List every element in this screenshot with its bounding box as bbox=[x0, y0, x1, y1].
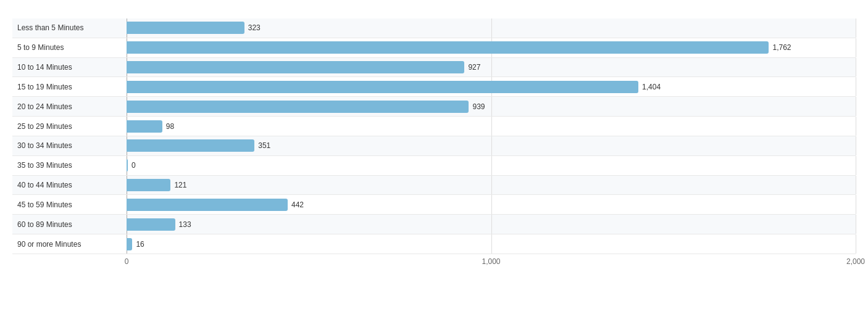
bar-label: 40 to 44 Minutes bbox=[12, 181, 127, 189]
bar-track: 351 bbox=[127, 136, 856, 155]
bar-row: 15 to 19 Minutes1,404 bbox=[12, 77, 856, 97]
bar-label: 5 to 9 Minutes bbox=[12, 43, 127, 52]
bar-fill bbox=[127, 139, 254, 152]
x-axis-tick: 2,000 bbox=[846, 257, 865, 266]
bar-value: 351 bbox=[258, 141, 270, 150]
bar-fill bbox=[127, 238, 132, 250]
bar-label: Less than 5 Minutes bbox=[12, 23, 127, 32]
bar-value: 927 bbox=[468, 63, 480, 72]
x-axis: 01,0002,000 bbox=[127, 254, 856, 273]
bar-value: 1,404 bbox=[642, 83, 661, 91]
bar-row: 20 to 24 Minutes939 bbox=[12, 97, 856, 117]
bar-row: 25 to 29 Minutes98 bbox=[12, 117, 856, 136]
bar-value: 939 bbox=[472, 102, 485, 111]
bar-row: Less than 5 Minutes323 bbox=[12, 19, 856, 38]
bar-track: 323 bbox=[127, 19, 856, 38]
bar-row: 5 to 9 Minutes1,762 bbox=[12, 38, 856, 58]
grid-line bbox=[856, 19, 856, 38]
bar-track: 98 bbox=[127, 117, 856, 136]
bar-fill bbox=[127, 218, 175, 231]
x-axis-tick: 0 bbox=[125, 257, 129, 266]
grid-line bbox=[856, 77, 856, 96]
bars-section: Less than 5 Minutes3235 to 9 Minutes1,76… bbox=[12, 19, 856, 254]
bar-fill bbox=[127, 179, 170, 191]
bar-fill bbox=[127, 81, 638, 93]
grid-line bbox=[856, 234, 856, 254]
bar-row: 10 to 14 Minutes927 bbox=[12, 58, 856, 78]
bar-value: 98 bbox=[166, 122, 174, 131]
bar-track: 939 bbox=[127, 97, 856, 116]
bar-value: 442 bbox=[291, 200, 304, 209]
bar-fill bbox=[127, 101, 469, 113]
bar-row: 40 to 44 Minutes121 bbox=[12, 176, 856, 196]
bar-value: 323 bbox=[248, 23, 261, 32]
bar-fill bbox=[127, 199, 288, 211]
grid-line bbox=[856, 176, 856, 195]
bar-row: 30 to 34 Minutes351 bbox=[12, 136, 856, 156]
bar-row: 35 to 39 Minutes0 bbox=[12, 156, 856, 176]
bar-row: 60 to 89 Minutes133 bbox=[12, 215, 856, 234]
bar-label: 35 to 39 Minutes bbox=[12, 161, 127, 170]
grid-line bbox=[856, 117, 856, 136]
grid-line bbox=[856, 195, 856, 214]
bar-track: 133 bbox=[127, 215, 856, 234]
bar-value: 16 bbox=[136, 240, 144, 249]
bar-track: 0 bbox=[127, 156, 856, 175]
bar-row: 90 or more Minutes16 bbox=[12, 234, 856, 254]
grid-line bbox=[856, 156, 856, 175]
bar-label: 30 to 34 Minutes bbox=[12, 141, 127, 150]
bar-value: 133 bbox=[179, 220, 191, 229]
bar-track: 16 bbox=[127, 234, 856, 254]
bar-track: 1,762 bbox=[127, 38, 856, 57]
chart-area: Less than 5 Minutes3235 to 9 Minutes1,76… bbox=[12, 19, 856, 273]
bar-fill bbox=[127, 61, 464, 73]
bar-track: 927 bbox=[127, 58, 856, 77]
bar-label: 20 to 24 Minutes bbox=[12, 102, 127, 111]
grid-line bbox=[856, 58, 856, 77]
bar-value: 0 bbox=[131, 161, 136, 170]
grid-line bbox=[856, 136, 856, 155]
bar-label: 25 to 29 Minutes bbox=[12, 122, 127, 131]
bar-fill bbox=[127, 41, 769, 54]
x-axis-tick: 1,000 bbox=[482, 257, 500, 266]
grid-line bbox=[856, 38, 856, 57]
bar-fill bbox=[127, 22, 244, 34]
bar-fill bbox=[127, 159, 128, 171]
grid-line bbox=[856, 215, 856, 234]
chart-container: Less than 5 Minutes3235 to 9 Minutes1,76… bbox=[0, 0, 868, 322]
bar-label: 45 to 59 Minutes bbox=[12, 200, 127, 209]
bar-label: 90 or more Minutes bbox=[12, 240, 127, 249]
bar-track: 1,404 bbox=[127, 77, 856, 96]
grid-line bbox=[856, 97, 856, 116]
bar-value: 121 bbox=[174, 181, 186, 189]
bar-fill bbox=[127, 120, 162, 133]
bar-track: 442 bbox=[127, 195, 856, 214]
bar-label: 10 to 14 Minutes bbox=[12, 63, 127, 72]
bar-value: 1,762 bbox=[772, 43, 791, 52]
bar-row: 45 to 59 Minutes442 bbox=[12, 195, 856, 215]
bar-label: 60 to 89 Minutes bbox=[12, 220, 127, 229]
bar-track: 121 bbox=[127, 176, 856, 195]
bar-label: 15 to 19 Minutes bbox=[12, 83, 127, 91]
